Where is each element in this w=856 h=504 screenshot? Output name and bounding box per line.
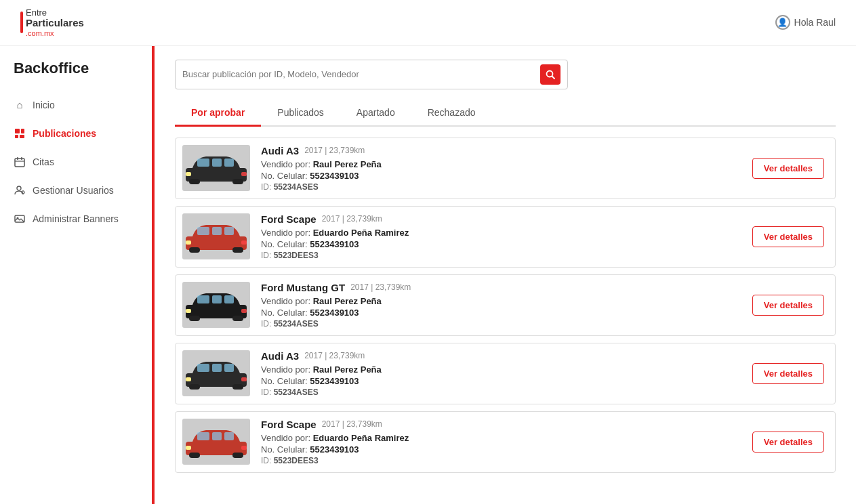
search-button[interactable]	[540, 64, 561, 85]
listing-card: Audi A3 2017 | 23,739km Vendido por: Rau…	[175, 343, 836, 404]
sidebar-title: Backoffice	[0, 60, 152, 91]
tab-por-aprobar[interactable]: Por aprobar	[175, 100, 261, 127]
calendar-icon	[14, 156, 26, 168]
listing-card: Ford Scape 2017 | 23,739km Vendido por: …	[175, 206, 836, 268]
ver-detalles-button[interactable]: Ver detalles	[752, 295, 824, 316]
listing-seller: Vendido por: Raul Perez Peña	[261, 364, 752, 375]
svg-rect-45	[224, 364, 234, 372]
logo: Entre Particulares .com.mx	[20, 8, 84, 37]
ver-detalles-button[interactable]: Ver detalles	[752, 432, 824, 453]
listing-info: Ford Scape 2017 | 23,739km Vendido por: …	[250, 419, 752, 465]
svg-rect-36	[212, 295, 222, 303]
svg-rect-35	[197, 295, 209, 303]
listing-title-row: Audi A3 2017 | 23,739km	[261, 350, 752, 362]
svg-rect-44	[212, 364, 222, 372]
listing-info: Ford Scape 2017 | 23,739km Vendido por: …	[250, 213, 752, 260]
svg-rect-39	[241, 309, 247, 313]
sidebar-label-inicio: Inicio	[33, 100, 55, 110]
search-bar	[175, 60, 568, 89]
listing-phone: No. Celular: 5523439103	[261, 444, 752, 455]
listing-year-km: 2017 | 23,739km	[322, 214, 382, 224]
sidebar-item-publicaciones[interactable]: Publicaciones	[0, 119, 152, 148]
listing-car-image	[182, 350, 250, 396]
sidebar-label-gestionar-usuarios: Gestionar Usuarios	[33, 185, 114, 196]
user-avatar-icon: 👤	[775, 15, 790, 30]
user-info: 👤 Hola Raul	[775, 15, 836, 30]
svg-rect-41	[189, 384, 200, 390]
svg-rect-54	[186, 446, 191, 450]
listings: Audi A3 2017 | 23,739km Vendido por: Rau…	[175, 138, 836, 473]
svg-rect-46	[186, 377, 191, 381]
logo-text: Entre Particulares .com.mx	[26, 8, 84, 37]
listing-title-row: Ford Scape 2017 | 23,739km	[261, 419, 752, 430]
svg-rect-4	[15, 159, 24, 167]
svg-rect-28	[212, 227, 222, 235]
tag-icon	[14, 127, 26, 140]
listing-id: ID: 5523DEES3	[261, 456, 752, 465]
listing-info: Ford Mustang GT 2017 | 23,739km Vendido …	[250, 282, 752, 329]
listing-card: Ford Scape 2017 | 23,739km Vendido por: …	[175, 411, 836, 473]
svg-rect-21	[224, 159, 234, 167]
svg-point-8	[17, 186, 21, 190]
ver-detalles-button[interactable]: Ver detalles	[752, 363, 824, 384]
search-input[interactable]	[182, 69, 540, 79]
svg-rect-53	[224, 432, 234, 440]
sidebar-item-administrar-banners[interactable]: Administrar Banners	[0, 205, 152, 233]
sidebar-item-citas[interactable]: Citas	[0, 148, 152, 176]
ver-detalles-button[interactable]: Ver detalles	[752, 226, 824, 247]
listing-card: Audi A3 2017 | 23,739km Vendido por: Rau…	[175, 138, 836, 199]
svg-rect-17	[189, 179, 200, 184]
svg-rect-43	[197, 364, 209, 372]
listing-phone: No. Celular: 5523439103	[261, 308, 752, 318]
svg-rect-19	[197, 159, 209, 167]
listing-car-name: Ford Mustang GT	[261, 282, 345, 293]
listing-seller: Vendido por: Eduardo Peña Ramirez	[261, 228, 752, 238]
tab-apartado[interactable]: Apartado	[340, 100, 411, 127]
listing-car-image	[182, 213, 250, 259]
image-icon	[14, 213, 26, 225]
listing-id: ID: 55234ASES	[261, 319, 752, 329]
svg-rect-0	[15, 129, 20, 133]
svg-rect-29	[224, 227, 234, 235]
listing-car-image	[182, 145, 250, 191]
header: Entre Particulares .com.mx 👤 Hola Raul	[0, 0, 856, 46]
content-area: Por aprobar Publicados Apartado Rechazad…	[155, 46, 856, 504]
svg-rect-51	[197, 432, 209, 440]
tab-publicados[interactable]: Publicados	[261, 100, 340, 127]
listing-phone: No. Celular: 5523439103	[261, 239, 752, 249]
sidebar-label-citas: Citas	[33, 156, 54, 167]
listing-id: ID: 5523DEES3	[261, 251, 752, 260]
svg-rect-27	[197, 227, 209, 235]
svg-rect-2	[15, 135, 18, 138]
listing-info: Audi A3 2017 | 23,739km Vendido por: Rau…	[250, 350, 752, 397]
listing-info: Audi A3 2017 | 23,739km Vendido por: Rau…	[250, 145, 752, 192]
main-layout: Backoffice ⌂ Inicio Publicaciones	[0, 46, 856, 504]
svg-rect-55	[241, 446, 247, 450]
svg-rect-25	[189, 247, 200, 253]
listing-card: Ford Mustang GT 2017 | 23,739km Vendido …	[175, 274, 836, 336]
svg-line-15	[552, 76, 555, 79]
sidebar-label-administrar-banners: Administrar Banners	[33, 213, 119, 224]
listing-car-name: Audi A3	[261, 145, 299, 156]
svg-rect-50	[232, 453, 243, 458]
listing-year-km: 2017 | 23,739km	[304, 351, 365, 360]
user-cog-icon	[14, 184, 26, 196]
listing-car-image	[182, 282, 250, 328]
ver-detalles-button[interactable]: Ver detalles	[752, 158, 824, 179]
svg-rect-20	[212, 159, 222, 167]
svg-rect-49	[189, 453, 200, 458]
sidebar-label-publicaciones: Publicaciones	[33, 128, 96, 139]
svg-rect-18	[232, 179, 243, 184]
listing-id: ID: 55234ASES	[261, 387, 752, 397]
home-icon: ⌂	[14, 99, 26, 111]
tab-rechazado[interactable]: Rechazado	[411, 100, 492, 127]
tabs: Por aprobar Publicados Apartado Rechazad…	[175, 100, 836, 127]
sidebar-item-gestionar-usuarios[interactable]: Gestionar Usuarios	[0, 176, 152, 205]
listing-year-km: 2017 | 23,739km	[322, 419, 382, 429]
listing-year-km: 2017 | 23,739km	[350, 282, 411, 292]
sidebar-item-inicio[interactable]: ⌂ Inicio	[0, 91, 152, 119]
listing-id: ID: 55234ASES	[261, 182, 752, 192]
listing-seller: Vendido por: Eduardo Peña Ramirez	[261, 433, 752, 443]
listing-title-row: Ford Scape 2017 | 23,739km	[261, 213, 752, 225]
logo-bar	[20, 12, 23, 33]
